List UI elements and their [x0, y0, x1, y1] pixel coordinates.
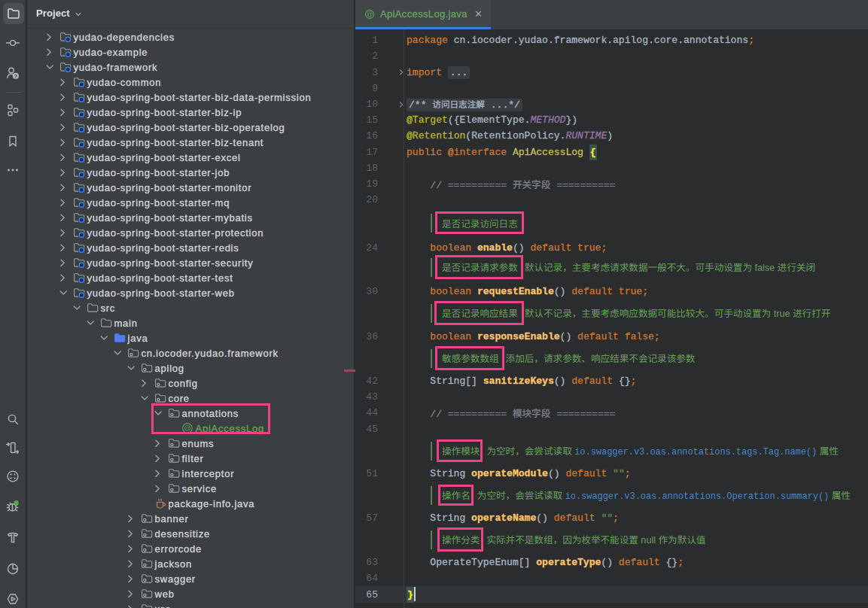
svg-text:?: ?: [14, 73, 18, 80]
svg-text:@: @: [367, 11, 373, 18]
